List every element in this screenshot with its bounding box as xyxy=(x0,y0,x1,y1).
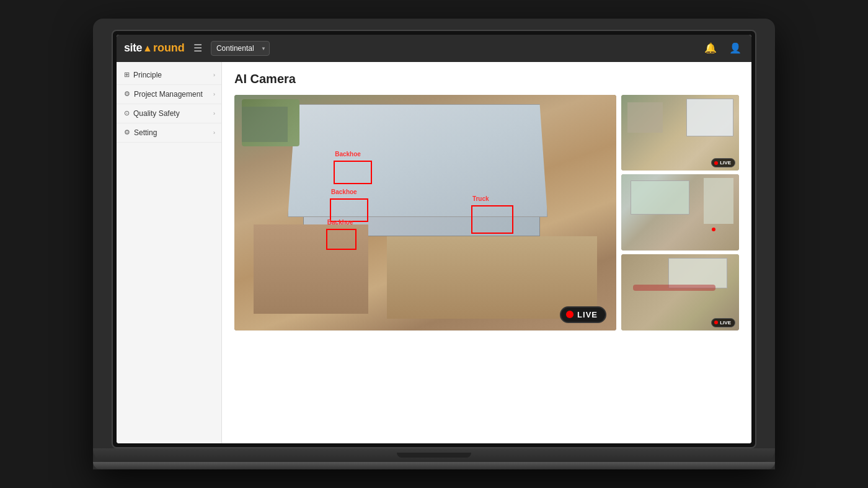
navbar: site ▲ round ☰ Continental Pacific Atlan… xyxy=(117,35,751,62)
navbar-right: 🔔 👤 xyxy=(702,40,744,56)
live-dot-main xyxy=(566,311,574,318)
laptop-screen: site ▲ round ☰ Continental Pacific Atlan… xyxy=(117,35,751,444)
notification-button[interactable]: 🔔 xyxy=(702,40,719,56)
side-camera-1[interactable]: LIVE xyxy=(621,95,739,171)
project-dropdown-wrapper: Continental Pacific Atlantic xyxy=(211,41,270,56)
live-badge-main: LIVE xyxy=(560,306,606,323)
pm-chevron-icon: › xyxy=(213,91,215,97)
sidebar-item-setting[interactable]: ⚙ Setting › xyxy=(117,123,221,143)
setting-chevron-icon: › xyxy=(213,130,215,136)
side-camera-3[interactable]: LIVE xyxy=(621,254,739,331)
detection-label-backhoe-3: Backhoe xyxy=(327,219,353,226)
sidebar-item-principle-left: ⊞ Principle xyxy=(124,71,162,79)
laptop-base xyxy=(93,448,775,462)
main-camera[interactable]: Backhoe Backhoe Backhoe xyxy=(234,95,616,331)
logo: site ▲ round xyxy=(124,42,185,55)
navbar-left: site ▲ round ☰ Continental Pacific Atlan… xyxy=(124,40,270,56)
detection-box-backhoe-3: Backhoe xyxy=(326,229,356,250)
screen-border: site ▲ round ☰ Continental Pacific Atlan… xyxy=(112,30,756,449)
sidebar-item-project-management[interactable]: ⚙ Project Management › xyxy=(117,85,221,104)
sidebar-item-quality-safety[interactable]: ⊙ Quality Safety › xyxy=(117,104,221,123)
side-camera-2-feed xyxy=(621,174,739,251)
project-management-icon: ⚙ xyxy=(124,90,130,98)
sidebar-item-setting-left: ⚙ Setting xyxy=(124,128,157,137)
detection-label-backhoe-1: Backhoe xyxy=(335,151,361,157)
sidebar-item-pm-left: ⚙ Project Management xyxy=(124,90,203,99)
live-text-main: LIVE xyxy=(577,310,598,319)
principle-icon: ⊞ xyxy=(124,71,130,79)
detection-box-backhoe-1: Backhoe xyxy=(334,161,372,184)
side-structure-2 xyxy=(704,178,733,224)
laptop-foot xyxy=(93,462,775,469)
side-camera-3-feed: LIVE xyxy=(621,254,739,331)
laptop-notch xyxy=(397,453,471,458)
sidebar-label-quality-safety: Quality Safety xyxy=(133,109,180,118)
principle-chevron-icon: › xyxy=(213,72,215,78)
camera-grid: Backhoe Backhoe Backhoe xyxy=(234,95,739,331)
logo-round-text: round xyxy=(153,42,185,55)
live-dot-side-1 xyxy=(714,161,718,165)
project-dropdown[interactable]: Continental Pacific Atlantic xyxy=(211,41,270,56)
sidebar-label-project-management: Project Management xyxy=(134,90,203,99)
detection-box-truck: Truck xyxy=(471,205,513,234)
sidebar-label-principle: Principle xyxy=(133,71,162,79)
side-building-2 xyxy=(631,180,689,215)
side-building-3 xyxy=(668,258,727,288)
live-badge-side-1: LIVE xyxy=(711,158,735,167)
live-text-side-3: LIVE xyxy=(720,320,731,326)
hamburger-button[interactable]: ☰ xyxy=(191,40,205,56)
sidebar-item-qs-left: ⊙ Quality Safety xyxy=(124,109,180,118)
main-camera-feed: Backhoe Backhoe Backhoe xyxy=(234,95,616,331)
parking-area xyxy=(242,107,288,142)
laptop-shell: site ▲ round ☰ Continental Pacific Atlan… xyxy=(93,19,775,470)
sidebar-item-principle[interactable]: ⊞ Principle › xyxy=(117,66,221,85)
detection-box-backhoe-2: Backhoe xyxy=(330,198,368,222)
page-title: AI Camera xyxy=(234,72,739,86)
sidebar: ⊞ Principle › ⚙ Project Management › xyxy=(117,62,222,444)
detection-label-truck: Truck xyxy=(472,195,489,202)
detection-indicator-2 xyxy=(712,228,715,231)
app: site ▲ round ☰ Continental Pacific Atlan… xyxy=(117,35,751,444)
side-camera-1-feed: LIVE xyxy=(621,95,739,171)
content-area: ⊞ Principle › ⚙ Project Management › xyxy=(117,62,751,444)
live-badge-side-3: LIVE xyxy=(711,318,735,327)
main-content: AI Camera xyxy=(222,62,751,444)
qs-chevron-icon: › xyxy=(213,110,215,117)
building-roof xyxy=(288,104,547,217)
quality-safety-icon: ⊙ xyxy=(124,109,130,117)
side-marker-3 xyxy=(633,285,715,291)
side-camera-2[interactable] xyxy=(621,174,739,251)
user-profile-button[interactable]: 👤 xyxy=(727,40,744,56)
side-cameras: LIVE xyxy=(621,95,739,331)
logo-site-text: site xyxy=(124,42,142,55)
sidebar-label-setting: Setting xyxy=(134,128,157,137)
live-dot-side-3 xyxy=(714,321,718,324)
side-building-1 xyxy=(686,99,733,136)
detection-label-backhoe-2: Backhoe xyxy=(331,189,357,195)
side-ground-1 xyxy=(627,102,663,133)
live-text-side-1: LIVE xyxy=(720,160,731,166)
logo-triangle-icon: ▲ xyxy=(143,43,153,54)
setting-icon: ⚙ xyxy=(124,128,130,136)
